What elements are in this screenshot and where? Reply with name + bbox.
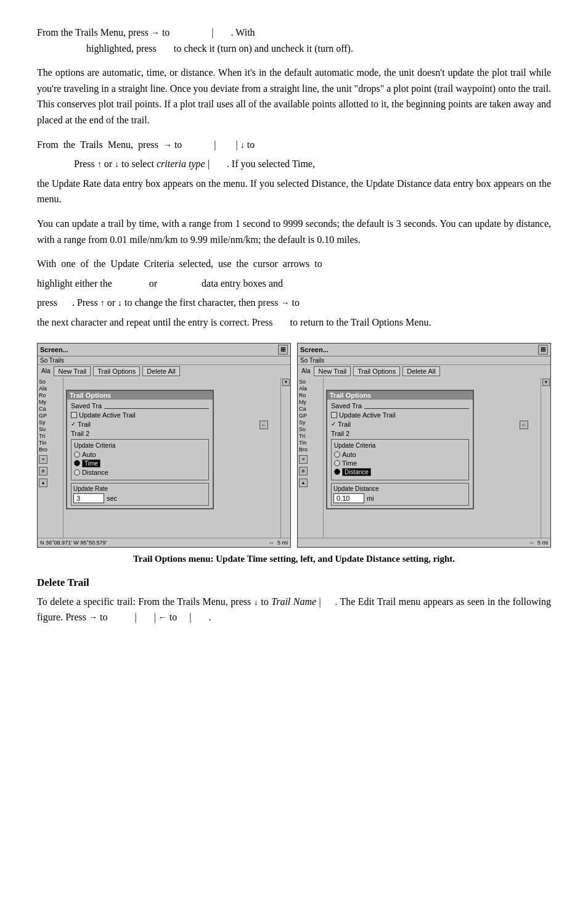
sc-left-rate-title: Update Rate (73, 485, 206, 492)
sc-left-content: Trail Options Saved Tra Update Active Tr… (63, 377, 280, 538)
paragraph-2: The options are automatic, time, or dist… (37, 65, 551, 128)
screenshot-caption: Trail Options menu: Update Time setting,… (37, 554, 551, 564)
paragraph-5c: press . Press ↑ or ↓ to change the first… (37, 295, 551, 311)
sc-left-back-arrow[interactable]: ← (259, 421, 268, 429)
sc-left-popup-header: Trail Options (67, 391, 213, 400)
sc-right-new-trail-btn[interactable]: New Trail (314, 366, 351, 376)
sc-right-auto-label: Auto (342, 451, 356, 458)
sc-right-radio-distance: Distance (334, 468, 466, 476)
sc-left-saved-trail-row: Saved Tra (71, 402, 209, 409)
sc-left-update-active-label: Update Active Trail (79, 411, 136, 419)
sc-right-radio-auto: Auto (334, 451, 466, 458)
sc-left-distance-radio (74, 469, 80, 475)
sc-right-grid-icon (538, 345, 548, 355)
sc-left-saved-trail-label: Saved Tra (71, 402, 102, 409)
sc-right-rate-unit: mi (367, 495, 374, 502)
paragraph-3a: From the Trails Menu, press → to | | ↓ t… (37, 137, 551, 153)
screenshot-right: Screen... So Trails Ala New Trail Trail … (297, 343, 551, 548)
paragraph-3c: the Update Rate data entry box appears o… (37, 176, 551, 207)
paragraph-4: You can update a trail by time, with a r… (37, 216, 551, 247)
sc-right-rate-title: Update Distance (333, 485, 467, 492)
sc-left-trail-checkmark: ✓ (71, 421, 76, 427)
sc-right-titlebar: Screen... (298, 343, 550, 356)
delete-trail-para: To delete a specific trail: From the Tra… (37, 594, 551, 625)
sc-left-toolbar[interactable]: Ala New Trail Trail Options Delete All (38, 365, 290, 377)
sc-left-titlebar: Screen... (38, 343, 290, 356)
sc-right-panel-arrow[interactable]: ▾ (542, 379, 550, 386)
sc-right-back-arrow[interactable]: ← (520, 421, 528, 429)
sc-right-sidebar-icons: ≡ ⊕ ▲ (299, 455, 322, 488)
sc-right-criteria-box: Update Criteria Auto Time (331, 439, 469, 480)
sc-right-content: Trail Options Saved Tra Update Active Tr… (324, 377, 541, 538)
sc-left-radio-distance: Distance (74, 469, 206, 476)
sc-right-update-active-label: Update Active Trail (339, 411, 396, 419)
sc-left-rate-field: 3 sec (73, 493, 206, 503)
sc-right-trail-check-row: ✓ Trail (331, 421, 469, 428)
sc-right-distance-radio (334, 469, 340, 475)
sc-right-col-label: Ala (300, 368, 311, 374)
sc-left-col-label: Ala (40, 368, 51, 374)
sc-right-trail-options-btn[interactable]: Trail Options (353, 366, 400, 376)
sc-right-popup: Trail Options Saved Tra Update Active Tr… (326, 390, 474, 509)
sc-left-sidebar-icons: ≡ ⊕ ▲ (39, 455, 62, 488)
sc-right-distance-label: Distance (342, 468, 371, 476)
sc-left-right-panel: ▾ (280, 377, 290, 538)
sc-right-time-radio (334, 460, 340, 466)
sc-left-main: SoAlaRoMyCa GPSySuTriTinBro ≡ ⊕ ▲ (38, 377, 290, 538)
sc-right-update-active-row: Update Active Trail (331, 411, 469, 419)
sc-left-title: Screen... (40, 346, 68, 353)
sc-left-auto-label: Auto (82, 451, 96, 458)
sc-right-rate-field: 0.10 mi (333, 493, 467, 503)
sc-right-radio-time: Time (334, 459, 466, 467)
sc-left-trail-label: Trail (78, 421, 91, 428)
delete-trail-heading: Delete Trail (37, 577, 551, 589)
sc-right-update-active-check (331, 412, 337, 418)
sc-left-distance-label: Distance (82, 469, 108, 476)
sc-right-time-label: Time (342, 459, 357, 467)
sc-left-coords: N 36°08.971' W 95°50.579' (40, 540, 107, 546)
sc-right-trail-num-row: Trail 2 (331, 430, 469, 437)
sc-left-update-active-check (71, 412, 77, 418)
sc-left-delete-all-btn[interactable]: Delete All (142, 366, 179, 376)
sc-right-rate-value: 0.10 (333, 493, 364, 503)
sc-left-trail-num-row: Trail 2 (71, 430, 209, 437)
sc-right-criteria-title: Update Criteria (334, 442, 466, 449)
sc-left-criteria-title: Update Criteria (74, 442, 206, 449)
sc-right-bottom: ↔ 5 mi (298, 538, 550, 547)
sc-left-popup-body: Saved Tra Update Active Trail ✓ Trail (67, 400, 213, 508)
sc-left-bottom: N 36°08.971' W 95°50.579' ↔ 5 mi (38, 538, 290, 547)
paragraph-5d: the next character and repeat until the … (37, 315, 551, 331)
sc-left-trail-options-btn[interactable]: Trail Options (93, 366, 140, 376)
paragraph-5b: highlight either the or data entry boxes… (37, 276, 551, 292)
sc-right-saved-trail-row: Saved Tra (331, 402, 469, 409)
sc-left-radio-auto: Auto (74, 451, 206, 458)
sc-left-new-trail-btn[interactable]: New Trail (54, 366, 91, 376)
paragraph-5a: With one of the Update Criteria selected… (37, 256, 551, 272)
sc-right-auto-radio (334, 451, 340, 458)
sc-right-popup-header: Trail Options (327, 391, 473, 400)
sc-left-trail-check-row: ✓ Trail (71, 421, 209, 428)
sc-left-criteria-box: Update Criteria Auto Time (71, 439, 209, 480)
sc-right-toolbar[interactable]: Ala New Trail Trail Options Delete All (298, 365, 550, 377)
sc-right-popup-body: Saved Tra Update Active Trail ✓ Trail (327, 400, 473, 508)
sc-right-saved-trail-label: Saved Tra (331, 402, 362, 409)
sc-left-rate-unit: sec (107, 495, 117, 502)
screenshot-left: Screen... So Trails Ala New Trail Trail … (37, 343, 291, 548)
sc-right-delete-all-btn[interactable]: Delete All (402, 366, 439, 376)
sc-right-trail-checkmark: ✓ (331, 421, 336, 427)
sc-left-sidebar: SoAlaRoMyCa GPSySuTriTinBro ≡ ⊕ ▲ (38, 377, 63, 538)
paragraph-1: From the Trails Menu, press → to | . Wit… (37, 25, 551, 56)
sc-left-popup: Trail Options Saved Tra Update Active Tr… (66, 390, 214, 509)
paragraph-3b: Press ↑ or ↓ to select criteria type | .… (37, 156, 551, 172)
sc-left-rate-box: Update Rate 3 sec (71, 483, 209, 506)
sc-left-scale: ↔ 5 mi (269, 540, 288, 546)
sc-left-panel-arrow[interactable]: ▾ (282, 379, 290, 386)
sc-right-trail-label: Trail (338, 421, 351, 428)
sc-left-time-radio (74, 460, 80, 466)
sc-left-rate-value: 3 (73, 493, 104, 503)
sc-left-menu: So Trails (38, 356, 290, 365)
sc-left-grid-icon (278, 345, 288, 355)
sc-right-scale: ↔ 5 mi (529, 540, 548, 546)
sc-right-title: Screen... (300, 346, 329, 353)
sc-right-menu: So Trails (298, 356, 550, 365)
